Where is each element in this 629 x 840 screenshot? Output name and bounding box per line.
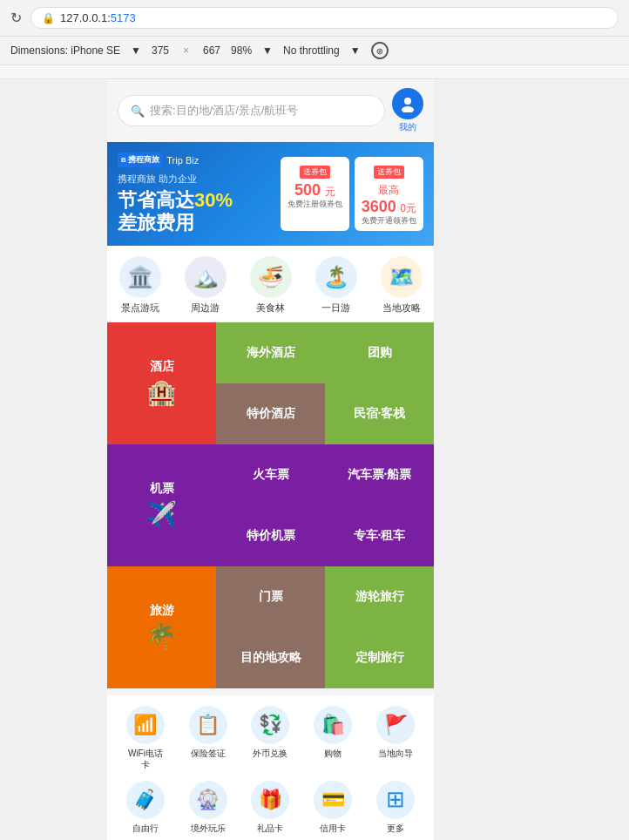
cruise-cell[interactable]: 游轮旅行 (325, 566, 434, 627)
destination-cell[interactable]: 目的地攻略 (216, 627, 325, 688)
coupon-1[interactable]: 送券包 500 元 免费注册领券包 (281, 157, 349, 232)
homestay-cell[interactable]: 民宿·客栈 (325, 383, 434, 444)
svg-point-0 (404, 98, 411, 105)
local-guide-item[interactable]: 🚩 当地向导 (369, 706, 422, 770)
attractions-label: 景点游玩 (121, 301, 159, 315)
banner[interactable]: B 携程商旅 Trip Biz 携程商旅 助力企业 节省高达30% 差旅费用 送… (107, 142, 434, 246)
overseas-hotel-label: 海外酒店 (247, 345, 295, 361)
coupon-1-tag: 送券包 (300, 166, 330, 179)
banner-subtitle: 携程商旅 助力企业 (118, 173, 274, 186)
bottom-row-2: 🧳 自由行 🎡 境外玩乐 🎁 礼品卡 💳 信用卡 ⊞ 更多 (114, 781, 427, 834)
coupon-2[interactable]: 送券包 最高 3600 0元 免费开通领券包 (355, 157, 423, 232)
coupon-2-desc: 免费开通领券包 (362, 216, 416, 227)
shopping-label: 购物 (324, 748, 342, 759)
charter-cell[interactable]: 专车·租车 (325, 505, 434, 566)
user-avatar (392, 88, 423, 119)
throttle-value[interactable]: No throttling (283, 44, 340, 57)
category-attractions[interactable]: 🏛️ 景点游玩 (112, 256, 168, 315)
coupon-1-amount: 500 元 (287, 181, 342, 200)
service-grid: 酒店 🏨 海外酒店 团购 特价酒店 民宿·客栈 机票 ✈️ 火车票 汽车票·船票… (107, 322, 434, 688)
free-travel-icon: 🧳 (126, 781, 165, 819)
special-hotel-label: 特价酒店 (247, 406, 295, 422)
more-item[interactable]: ⊞ 更多 (369, 781, 422, 834)
chevron-down-icon: ▼ (131, 44, 141, 57)
travel-cell[interactable]: 旅游 🌴 (107, 566, 216, 688)
category-food[interactable]: 🍜 美食林 (243, 256, 299, 315)
credit-card-item[interactable]: 💳 信用卡 (307, 781, 359, 834)
url-text: 127.0.0.1:5173 (60, 11, 136, 24)
local-guide-bottom-label: 当地向导 (378, 748, 413, 759)
insurance-label: 保险签证 (191, 748, 226, 759)
local-guide-label: 当地攻略 (382, 301, 421, 315)
special-flight-label: 特价机票 (247, 528, 295, 544)
banner-title-line1: 节省高达 (118, 189, 194, 211)
bus-ship-cell[interactable]: 汽车票·船票 (325, 444, 434, 505)
flight-label: 机票 (150, 481, 174, 497)
banner-title: 节省高达30% 差旅费用 (118, 189, 274, 235)
currency-item[interactable]: 💱 外币兑换 (244, 706, 296, 770)
flight-icon: ✈️ (146, 500, 177, 529)
travel-label: 旅游 (150, 603, 174, 619)
insurance-item[interactable]: 📋 保险签证 (182, 706, 234, 770)
hotel-cell[interactable]: 酒店 🏨 (107, 322, 216, 444)
height-value: 667 (203, 44, 220, 57)
local-guide-bottom-icon: 🚩 (376, 706, 415, 744)
shopping-icon: 🛍️ (314, 706, 352, 744)
network-conditions-icon[interactable]: ⊛ (369, 40, 389, 61)
more-label: 更多 (387, 823, 404, 834)
phone-frame: 🔍 搜索:目的地/酒店/景点/航班号 我的 B 携程商旅 Trip Biz 携程… (107, 79, 434, 840)
gift-card-icon: 🎁 (251, 781, 289, 819)
throttle-chevron: ▼ (350, 44, 361, 57)
zoom-value: 98% (231, 44, 252, 57)
group-buy-cell[interactable]: 团购 (325, 322, 434, 383)
banner-logo: B 携程商旅 Trip Biz (118, 152, 274, 167)
food-label: 美食林 (256, 301, 285, 315)
more-icon: ⊞ (376, 781, 415, 819)
currency-label: 外币兑换 (253, 748, 287, 759)
overseas-fun-item[interactable]: 🎡 境外玩乐 (182, 781, 234, 834)
category-day-tour[interactable]: 🏝️ 一日游 (308, 256, 364, 315)
group-buy-label: 团购 (368, 345, 392, 361)
travel-icon: 🌴 (146, 622, 177, 651)
devtools-bar: Dimensions: iPhone SE ▼ 375 × 667 98% ▼ … (0, 37, 629, 65)
overseas-hotel-cell[interactable]: 海外酒店 (216, 322, 325, 383)
train-cell[interactable]: 火车票 (216, 444, 325, 505)
local-guide-icon: 🗺️ (381, 256, 423, 298)
insurance-icon: 📋 (189, 706, 227, 744)
food-icon: 🍜 (250, 256, 292, 298)
banner-left: B 携程商旅 Trip Biz 携程商旅 助力企业 节省高达30% 差旅费用 (118, 152, 274, 235)
category-local-guide[interactable]: 🗺️ 当地攻略 (374, 256, 429, 315)
brand-logo-text: Trip Biz (166, 155, 199, 166)
custom-cell[interactable]: 定制旅行 (325, 627, 434, 688)
lock-icon: 🔒 (42, 12, 55, 24)
coupon-1-desc: 免费注册领券包 (287, 200, 342, 210)
ticket-label: 门票 (259, 589, 283, 605)
train-label: 火车票 (253, 467, 289, 483)
charter-label: 专车·租车 (354, 528, 406, 544)
browser-chrome: ↻ 🔒 127.0.0.1:5173 (0, 0, 629, 37)
gift-card-item[interactable]: 🎁 礼品卡 (244, 781, 296, 834)
ticket-cell[interactable]: 门票 (216, 566, 325, 627)
free-travel-item[interactable]: 🧳 自由行 (119, 781, 172, 834)
category-nearby[interactable]: 🏔️ 周边游 (178, 256, 233, 315)
gift-card-label: 礼品卡 (257, 823, 283, 834)
wifi-label: WiFi电话卡 (128, 748, 163, 770)
user-button[interactable]: 我的 (392, 88, 423, 133)
flight-cell[interactable]: 机票 ✈️ (107, 444, 216, 566)
shopping-item[interactable]: 🛍️ 购物 (307, 706, 359, 770)
svg-point-1 (402, 106, 414, 112)
search-input[interactable]: 🔍 搜索:目的地/酒店/景点/航班号 (118, 95, 385, 126)
credit-card-icon: 💳 (314, 781, 352, 819)
url-bar[interactable]: 🔒 127.0.0.1:5173 (30, 7, 619, 29)
overseas-fun-label: 境外玩乐 (191, 823, 226, 834)
banner-title-line2: 差旅费用 (118, 212, 194, 234)
destination-label: 目的地攻略 (240, 650, 301, 666)
banner-highlight: 30% (194, 189, 233, 211)
nearby-label: 周边游 (191, 301, 220, 315)
special-hotel-cell[interactable]: 特价酒店 (216, 383, 325, 444)
special-flight-cell[interactable]: 特价机票 (216, 505, 325, 566)
reload-button[interactable]: ↻ (10, 10, 22, 26)
coupon-2-tag: 送券包 (374, 166, 404, 179)
bottom-row-1: 📶 WiFi电话卡 📋 保险签证 💱 外币兑换 🛍️ 购物 🚩 当地向导 (114, 706, 427, 770)
wifi-item[interactable]: 📶 WiFi电话卡 (119, 706, 172, 770)
